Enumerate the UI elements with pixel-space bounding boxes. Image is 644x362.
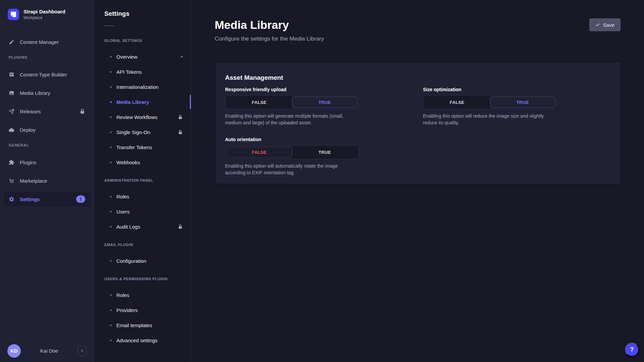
- field-responsive-friendly-upload: Responsive friendly upload FALSE TRUE En…: [225, 87, 359, 126]
- field-description: Enabling this option will automatically …: [225, 163, 359, 176]
- strapi-logo-icon: [8, 9, 19, 20]
- bullet-icon: [110, 71, 112, 73]
- panel-title: Asset Management: [225, 74, 611, 81]
- subnav-item-label: Review Workflows: [116, 114, 157, 120]
- subnav-item-label: Roles: [116, 292, 129, 298]
- pen-icon: [9, 39, 14, 45]
- toggle-option-false[interactable]: FALSE: [226, 97, 292, 108]
- main-nav-list: Content Manager PLUGINS Content-Type Bui…: [0, 29, 94, 339]
- avatar[interactable]: KD: [7, 344, 21, 358]
- size-optimization-toggle: FALSE TRUE: [423, 95, 557, 109]
- toggle-option-true[interactable]: TRUE: [490, 97, 556, 108]
- subnav-item-label: Users: [116, 209, 129, 215]
- lock-icon: [178, 115, 183, 120]
- sidebar-item-label: Content-Type Builder: [20, 72, 67, 77]
- subnav-item-media-library[interactable]: Media Library: [104, 96, 183, 108]
- subnav-item-label: API Tokens: [116, 69, 142, 75]
- subnav-item-transfer-tokens[interactable]: Transfer Tokens: [104, 141, 183, 153]
- subnav-item-label: Overview: [116, 54, 138, 60]
- subnav-item-label: Advanced settings: [116, 338, 158, 343]
- sidebar-item-marketplace[interactable]: Marketplace: [4, 173, 90, 188]
- bullet-icon: [110, 116, 112, 118]
- subnav-item-overview[interactable]: Overview: [104, 51, 183, 63]
- toggle-option-true[interactable]: TRUE: [292, 146, 358, 158]
- bullet-icon: [110, 211, 112, 213]
- brand-subtitle: Workplace: [23, 15, 65, 20]
- subnav-item-single-sign-on[interactable]: Single Sign-On: [104, 126, 183, 138]
- main-sidebar: Strapi Dashboard Workplace Content Manag…: [0, 0, 94, 362]
- subnav-item-label: Media Library: [116, 99, 149, 105]
- subnav-item-label: Internationalization: [116, 84, 159, 90]
- user-section: KD Kai Doe: [0, 339, 94, 362]
- paper-plane-icon: [9, 109, 14, 114]
- bullet-icon: [110, 146, 112, 148]
- bullet-icon: [110, 309, 112, 311]
- field-label: Auto orientation: [225, 137, 359, 142]
- collapse-sidebar-button[interactable]: [77, 346, 87, 356]
- subnav-item-email-configuration[interactable]: Configuration: [104, 255, 183, 267]
- sidebar-item-content-type-builder[interactable]: Content-Type Builder: [4, 67, 90, 82]
- check-icon: [595, 23, 600, 27]
- subnav-item-label: Email templates: [116, 322, 152, 328]
- settings-notification-badge: 1: [76, 195, 85, 203]
- subnav-item-email-templates[interactable]: Email templates: [104, 319, 183, 331]
- auto-orientation-toggle: FALSE TRUE: [225, 145, 359, 159]
- brand-text: Strapi Dashboard Workplace: [23, 9, 65, 20]
- sidebar-item-plugins[interactable]: Plugins: [4, 155, 90, 170]
- subnav-item-label: Webhooks: [116, 160, 140, 165]
- page-title: Media Library: [215, 18, 289, 32]
- sidebar-section-plugins: PLUGINS: [9, 55, 85, 60]
- puzzle-icon: [9, 160, 14, 165]
- sidebar-item-releases[interactable]: Releases: [4, 104, 90, 119]
- bullet-icon: [110, 260, 112, 262]
- toggle-option-false[interactable]: FALSE: [424, 97, 490, 108]
- subnav-group-users-permissions-plugin: USERS & PERMISSIONS PLUGIN: [104, 277, 183, 282]
- sidebar-item-settings[interactable]: Settings 1: [4, 192, 90, 206]
- sidebar-item-label: Plugins: [20, 160, 36, 165]
- app-window: Strapi Dashboard Workplace Content Manag…: [0, 0, 644, 362]
- sidebar-item-deploy[interactable]: Deploy: [4, 122, 90, 137]
- subnav-item-advanced-settings[interactable]: Advanced settings: [104, 334, 183, 346]
- sidebar-section-general: GENERAL: [9, 143, 85, 148]
- chevron-left-icon: [80, 349, 84, 353]
- subnav-item-webhooks[interactable]: Webhooks: [104, 156, 183, 168]
- subnav-item-label: Configuration: [116, 258, 146, 264]
- help-button[interactable]: ?: [625, 343, 639, 357]
- subnav-item-api-tokens[interactable]: API Tokens: [104, 66, 183, 78]
- bullet-icon: [110, 294, 112, 296]
- workspace-brand[interactable]: Strapi Dashboard Workplace: [0, 0, 94, 29]
- user-name: Kai Doe: [21, 348, 77, 354]
- subnav-item-label: Transfer Tokens: [116, 144, 152, 150]
- layout-icon: [9, 72, 14, 77]
- bullet-icon: [110, 340, 112, 341]
- sidebar-item-content-manager[interactable]: Content Manager: [4, 35, 90, 49]
- subnav-underline: [104, 25, 114, 26]
- settings-subnav: Settings GLOBAL SETTINGS Overview API To…: [94, 0, 191, 362]
- toggle-option-true[interactable]: TRUE: [292, 97, 358, 108]
- sidebar-item-media-library[interactable]: Media Library: [4, 85, 90, 100]
- notification-dot-icon: [181, 56, 183, 58]
- subnav-item-providers[interactable]: Providers: [104, 304, 183, 316]
- subnav-item-internationalization[interactable]: Internationalization: [104, 81, 183, 93]
- toggle-option-false[interactable]: FALSE: [226, 146, 292, 158]
- bullet-icon: [110, 162, 112, 163]
- gear-icon: [9, 196, 14, 202]
- subnav-group-administration-panel: ADMINISTRATION PANEL: [104, 178, 183, 183]
- panel-fields: Responsive friendly upload FALSE TRUE En…: [225, 87, 611, 176]
- page-subtitle: Configure the settings for the Media Lib…: [215, 36, 324, 42]
- bullet-icon: [110, 324, 112, 326]
- bullet-icon: [110, 131, 112, 133]
- bullet-icon: [110, 226, 112, 228]
- bullet-icon: [110, 86, 112, 88]
- cart-icon: [9, 178, 14, 184]
- save-button[interactable]: Save: [589, 18, 621, 31]
- subnav-item-review-workflows[interactable]: Review Workflows: [104, 111, 183, 123]
- subnav-title: Settings: [104, 9, 183, 18]
- subnav-item-admin-roles[interactable]: Roles: [104, 190, 183, 202]
- subnav-item-audit-logs[interactable]: Audit Logs: [104, 221, 183, 233]
- save-button-label: Save: [603, 22, 614, 28]
- subnav-item-up-roles[interactable]: Roles: [104, 289, 183, 301]
- field-size-optimization: Size optimization FALSE TRUE Enabling th…: [423, 87, 557, 126]
- sidebar-item-label: Content Manager: [20, 39, 59, 45]
- subnav-item-admin-users[interactable]: Users: [104, 205, 183, 218]
